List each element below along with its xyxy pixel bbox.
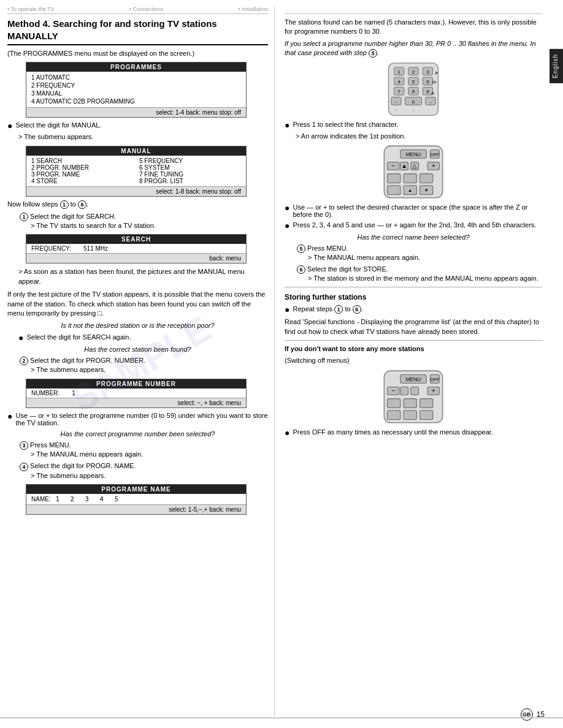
main-content: • To operate the TV • Connections • Inst… <box>0 0 550 728</box>
svg-text:7: 7 <box>397 89 400 94</box>
repeat-end-circle: 6 <box>353 305 361 314</box>
step-2-circle: 2 <box>20 357 28 365</box>
method-title: Method 4. Searching for and storing TV s… <box>7 18 268 45</box>
step-4-block: 4 Select the digit for PROGR. NAME. > Th… <box>20 462 268 480</box>
svg-text:OFF: OFF <box>431 152 440 157</box>
bullet-dot-3: ● <box>7 412 12 420</box>
manual-item-6: 6 SYSTEM <box>139 164 241 171</box>
intro-text: (The PROGRAMMES menu must be displayed o… <box>7 49 268 58</box>
press-off-text: Press OFF as many times as necessary unt… <box>293 428 492 436</box>
name-label: NAME: <box>31 496 51 502</box>
submenu-arrow: > The submenu appears. <box>18 132 268 142</box>
use-minus-plus-text: Use — or + to select the programme numbe… <box>15 412 268 427</box>
menu-icon-ref: □. <box>98 309 104 317</box>
top-bar-left: • To operate the TV <box>7 6 55 12</box>
step-3-circle: 3 <box>20 441 28 450</box>
step-1-arrow: > The TV starts to search for a TV stati… <box>31 221 268 230</box>
manual-item-1: 1 SEARCH <box>31 157 133 164</box>
manual-col-left: 1 SEARCH 2 PROGR. NUMBER 3 PROGR. NAME 4… <box>31 157 133 184</box>
svg-text:▼: ▼ <box>424 188 428 193</box>
svg-text:−: − <box>391 162 395 169</box>
manual-header: MANUAL <box>26 146 246 156</box>
step-1-circle: 1 <box>20 213 28 221</box>
programmes-header: PROGRAMMES <box>26 63 246 72</box>
prog-number-box: PROGRAMME NUMBER NUMBER: 1 select: −, + … <box>26 379 247 408</box>
remote-menu-svg: MENU OFF − + ▲ △ <box>377 145 450 200</box>
svg-text:9: 9 <box>426 89 429 94</box>
svg-text:MENU: MENU <box>406 376 421 382</box>
svg-text:8: 8 <box>412 89 415 94</box>
right-column: The stations found can be named (5 chara… <box>275 6 542 716</box>
remote-off-svg: MENU OFF − + <box>377 370 450 425</box>
step-1-text: Select the digit for SEARCH. <box>30 213 116 220</box>
svg-text:↑: ↑ <box>395 108 397 112</box>
step-5-header: 5 Press MENU. <box>297 245 542 253</box>
freq-value: 511 MHz <box>83 245 108 252</box>
top-bar-right-spacer <box>285 6 286 12</box>
step-3-arrow: > The MANUAL menu appears again. <box>31 450 268 459</box>
svg-text:MENU: MENU <box>406 151 421 157</box>
programmes-body: 1 AUTOMATC 2 FREQUENCY 3 MANUAL 4 AUTOMA… <box>26 72 246 107</box>
step-6-header: 6 Select the digit for STORE. <box>297 265 542 274</box>
test-picture-note: If only the test picture of the TV stati… <box>7 290 268 318</box>
now-follow-line: Now follow steps 1 to 6. <box>7 200 268 209</box>
divider-storing <box>285 287 542 287</box>
remote-top-svg: 1 2 3 4 5 6 ss <box>386 62 441 117</box>
search-again-text: Select the digit for SEARCH again. <box>26 333 131 341</box>
prog-name-footer: select: 1-5,−,+ back: menu <box>26 504 246 514</box>
step-5-circle: 5 <box>297 245 305 253</box>
prog-number-header: PROGRAMME NUMBER <box>26 379 246 389</box>
question1: Is it not the desired station or is the … <box>7 321 268 330</box>
number-value: 1 <box>72 390 75 396</box>
prog-number-footer: select: −, + back: menu <box>26 398 246 408</box>
manual-item-5: 5 FREQUENCY <box>139 157 241 164</box>
select-manual-bullet: ● Select the digit for MANUAL. <box>7 121 268 130</box>
manual-item-8: 8 PROGR. LIST <box>139 178 241 184</box>
remote-top-container: 1 2 3 4 5 6 ss <box>285 62 542 117</box>
svg-text:△: △ <box>412 162 417 169</box>
prog-item-4: 4 AUTOMATIC D2B PROGRAMMING <box>31 97 241 105</box>
press2345-text: Press 2, 3, 4 and 5 and use — or + again… <box>293 221 536 229</box>
press-off-bullet: ● Press OFF as many times as necessary u… <box>285 428 542 437</box>
search-menu-box: SEARCH FREQUENCY: 511 MHz back: menu <box>26 234 247 264</box>
step-5-block: 5 Press MENU. > The MANUAL menu appears … <box>297 245 542 262</box>
search-again-bullet: ● Select the digit for SEARCH again. <box>18 333 268 342</box>
prog-item-2: 2 FREQUENCY <box>31 82 241 89</box>
bullet-dot: ● <box>7 121 12 130</box>
page-container: SAMPLE English • To operate the TV • Con… <box>0 0 563 728</box>
repeat-steps-text: Repeat steps 1 to 6. <box>293 305 362 314</box>
svg-rect-61 <box>411 387 419 395</box>
svg-rect-46 <box>388 186 400 195</box>
step-6-text: Select the digit for STORE. <box>307 265 388 273</box>
bullet-dot-r5: ● <box>285 428 289 437</box>
svg-text:OFF: OFF <box>431 377 440 382</box>
step-6-block: 6 Select the digit for STORE. > The stat… <box>297 265 542 283</box>
prog-name-body: NAME: 1 2 3 4 5 <box>26 494 246 504</box>
repeat-start-circle: 1 <box>334 305 343 314</box>
remote-menu-container: MENU OFF − + ▲ △ <box>285 145 542 200</box>
step-4-arrow: > The submenu appears. <box>31 471 268 480</box>
press1-text: Press 1 to select the first character. <box>293 121 398 128</box>
divider-no-store <box>285 340 542 341</box>
name-value: 1 2 3 4 5 <box>56 496 122 502</box>
svg-text:+: + <box>432 387 435 394</box>
top-bar-center: • Connections <box>129 6 164 12</box>
step-1-header: 1 Select the digit for SEARCH. <box>20 213 268 221</box>
top-bar-right <box>285 6 542 14</box>
no-store-heading: If you don't want to store any more stat… <box>285 344 542 354</box>
bullet-dot-r4: ● <box>285 305 289 314</box>
step-4-text: Select the digit for PROGR. NAME. <box>30 462 136 469</box>
svg-text:6: 6 <box>426 79 429 85</box>
left-column: • To operate the TV • Connections • Inst… <box>7 6 275 716</box>
use-or-plus-text: Use — or + to select the desired charact… <box>293 203 542 218</box>
prog-name-header: PROGRAMME NAME <box>26 485 246 494</box>
storing-heading: Storing further stations <box>285 292 542 303</box>
svg-rect-43 <box>388 174 400 183</box>
bullet-dot-r2: ● <box>285 203 289 212</box>
manual-menu-box: MANUAL 1 SEARCH 2 PROGR. NUMBER 3 PROGR.… <box>26 146 247 197</box>
svg-text:2: 2 <box>412 69 415 74</box>
svg-text:5: 5 <box>412 79 415 85</box>
bullet-dot-r3: ● <box>285 221 289 230</box>
top-bar-right: • Installation <box>238 6 268 12</box>
prog-item-1: 1 AUTOMATC <box>31 74 241 82</box>
